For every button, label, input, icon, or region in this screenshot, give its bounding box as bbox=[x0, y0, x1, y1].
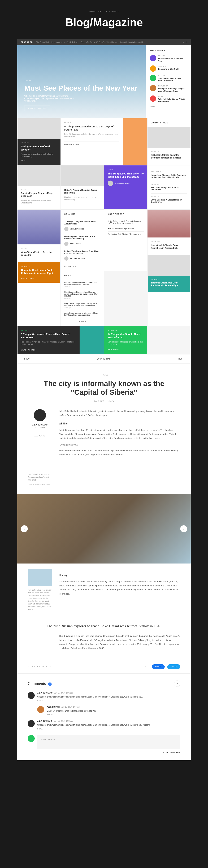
column-item[interactable]: 11 Things Every Man Should Know About Pe… bbox=[64, 219, 100, 233]
top-story-item[interactable]: NATUREShould Fish Meet Show to New Follo… bbox=[150, 75, 186, 82]
article-stats: 0 · 22 bbox=[145, 666, 149, 668]
card-14-things[interactable]: BUSINESS 14 Things Men Should Never Wear… bbox=[104, 326, 147, 354]
sidebar-image bbox=[28, 569, 52, 586]
list-icon[interactable]: ☰ bbox=[186, 41, 187, 43]
article-paragraph: Lake Baikal was situated in the northern… bbox=[59, 580, 180, 596]
comment-avatar[interactable] bbox=[37, 706, 44, 713]
top-story-item[interactable]: MOVIESWhy Not Make Diaries With X-D Phot… bbox=[150, 95, 186, 103]
card-xmen[interactable]: MOVIES 5 Things We Learned From X-Men: D… bbox=[61, 118, 147, 165]
reply-link[interactable]: REPLY bbox=[47, 714, 180, 716]
card-xmen-dark[interactable]: NATURE 5 Things We Learned From X-Men: D… bbox=[18, 326, 104, 354]
card-image bbox=[61, 165, 104, 186]
watch-photos-button[interactable]: ▸ WATCH PHOTOS bbox=[24, 105, 50, 111]
recent-item[interactable]: Justin Bieber accused of attempted robbe… bbox=[108, 219, 144, 226]
pull-quote: The first Russian explorer to reach Lake… bbox=[18, 618, 190, 634]
card-sidebar-list: EXPLORER Kardashian Channels Odile, Embr… bbox=[147, 165, 190, 210]
comment-item: ANNA DOTSENKOJuly 15, 2019 · 14:01pm Cri… bbox=[28, 720, 180, 730]
comment-avatar[interactable] bbox=[28, 692, 35, 699]
top-story-item[interactable]: SCIENCEFilaments of Star Stuff bbox=[150, 65, 186, 72]
comment-avatar[interactable] bbox=[28, 720, 35, 727]
author-avatar bbox=[108, 181, 113, 186]
load-more-link[interactable]: LOAD MORE bbox=[64, 320, 100, 322]
ticker-item[interactable]: Budget Editors Will Always Like bbox=[120, 41, 145, 43]
sidebar-quote: Take Golobal has seen greater than the B… bbox=[28, 589, 52, 611]
author-avatar bbox=[64, 227, 68, 231]
news-item[interactable]: Candidates seeking to replace Shocking i… bbox=[64, 289, 100, 301]
card-sunglasses[interactable]: TRAVEL The Sunglasses That Make The Worl… bbox=[104, 165, 147, 210]
back-link[interactable]: BACK TO MAIN bbox=[97, 358, 111, 360]
card-editors-pick: EDITOR'S PICK SCIENCE Pictures: 10 Green… bbox=[147, 118, 190, 165]
author-avatar[interactable] bbox=[34, 409, 46, 421]
column-item[interactable]: Unveiling New Carbon Plan, E.P.A. Focuse… bbox=[64, 233, 100, 248]
card-penguin-1[interactable]: TRAVEL Robot's Penguin Disguise Keeps Bi… bbox=[18, 165, 61, 210]
quote-attribution: Photograph by Yuri Kozyrev, Russia bbox=[28, 483, 52, 485]
recent-item[interactable]: Washington, D.C.: Photos of Then and Now bbox=[108, 231, 144, 237]
pencil-icon: ✎ bbox=[176, 682, 178, 685]
grid-icon[interactable]: ▦ bbox=[183, 41, 184, 43]
read-more-button[interactable]: READ MORE bbox=[108, 348, 144, 350]
more-link[interactable]: MORE bbox=[150, 106, 186, 107]
article-heading: Wildlife bbox=[59, 422, 180, 426]
featured-ticker: FEATURED The Broker Under: Legacy Waited… bbox=[18, 39, 190, 45]
column-item[interactable]: Indiana Turn Down Appeal From Times Repo… bbox=[64, 248, 100, 263]
story-dot-icon bbox=[150, 65, 156, 72]
article-tags[interactable]: TRAVEL · BAIKAL · LAKE bbox=[28, 666, 51, 668]
list-item[interactable]: EXPLORER Kardashian Channels Odile, Embr… bbox=[151, 169, 187, 181]
article-paragraph: Lake Baikal is the freshwater lake with … bbox=[59, 409, 180, 417]
card-image bbox=[123, 118, 147, 165]
story-dot-icon bbox=[150, 85, 156, 91]
list-item[interactable]: SCIENCE White Goddess: A Global Made on … bbox=[151, 193, 187, 206]
feature-title: Must See Places of the New Year bbox=[24, 84, 139, 92]
quote-text: Lake Baikal is in a created by the, wher… bbox=[28, 473, 52, 482]
news-item[interactable]: Bomb Rips buses hundreds of miles to Abu… bbox=[64, 280, 100, 289]
share-twitter-button[interactable]: TWEET bbox=[167, 664, 180, 669]
card-hachette[interactable]: BUSINESS Hachette Chief Leads Book Publi… bbox=[147, 210, 190, 326]
card-penguin-2[interactable]: Robot's Penguin Disguise Keeps Birds Cal… bbox=[61, 165, 104, 210]
card-image bbox=[148, 255, 190, 276]
card-image bbox=[147, 127, 190, 148]
next-link[interactable]: NEXT bbox=[178, 358, 184, 360]
prev-image-button[interactable]: ‹ bbox=[21, 525, 28, 532]
watch-story-button[interactable]: WATCH STORY bbox=[21, 277, 57, 279]
card-columns: COLUMNS 11 Things Every Man Should Know … bbox=[61, 210, 104, 271]
reply-link[interactable]: REPLY bbox=[37, 728, 180, 730]
card-news: NEWS Bomb Rips buses hundreds of miles t… bbox=[61, 271, 104, 326]
hero-tagline: WOW! WHAT A STORY! bbox=[18, 10, 190, 12]
list-item[interactable]: SCIENCE The Ghost Bring Lush Book on Ped… bbox=[151, 181, 187, 193]
feature-category: TRAVEL bbox=[24, 80, 139, 82]
comment-item: ANNA DOTSENKOJuly 15, 2019 · 14:01pm Cri… bbox=[28, 692, 180, 702]
reply-link[interactable]: REPLY bbox=[37, 700, 180, 702]
feature-hero[interactable]: TRAVEL Must See Places of the New Year W… bbox=[18, 45, 146, 118]
article-subheading: INVERTEBRATES bbox=[59, 444, 180, 447]
all-columns-link[interactable]: ALL COLUMNS bbox=[64, 266, 100, 267]
card-image bbox=[79, 326, 104, 354]
add-comment-button[interactable]: ADD COMMENT bbox=[28, 751, 180, 753]
card-most-recent: MOST RECENT Justin Bieber accused of att… bbox=[104, 210, 147, 271]
card-bad-weather[interactable]: SCIENCE Taking Advantage of Bad Weather … bbox=[18, 118, 61, 165]
edit-button[interactable]: ✎ bbox=[174, 681, 180, 687]
card-image bbox=[18, 165, 61, 186]
story-dot-icon bbox=[150, 95, 156, 102]
prev-link[interactable]: PREV bbox=[24, 358, 30, 360]
ticker-item[interactable]: SpaceX2K: Greatest 1 First-Ever! Mars Li… bbox=[81, 41, 117, 43]
ticker-label: FEATURED bbox=[21, 41, 33, 43]
next-image-button[interactable]: › bbox=[180, 525, 187, 532]
share-facebook-button[interactable]: SHARE bbox=[152, 664, 165, 669]
watch-photos-link[interactable]: WATCH PHOTOS bbox=[64, 141, 119, 145]
hero-title: Blog/Magazine bbox=[18, 16, 190, 29]
ticker-item[interactable]: The Broker Under: Legacy Waited Has Fina… bbox=[36, 41, 77, 43]
news-item[interactable]: Magic Johnson says Donald Sterling upset… bbox=[64, 301, 100, 310]
author-name: ANNA DOTSENKO bbox=[28, 424, 52, 426]
story-dot-icon bbox=[150, 75, 156, 81]
article-paragraph: The lake hosts rich endemic fauna of inv… bbox=[59, 448, 180, 457]
watch-photos-link[interactable]: WATCH PHOTOS bbox=[21, 349, 76, 351]
card-locals[interactable]: NATURE When Taking Photos, Do as the Loc… bbox=[18, 210, 61, 326]
all-posts-link[interactable]: ALL POSTS bbox=[28, 432, 52, 437]
top-story-item[interactable]: TRAVELMust See Places of the New Year bbox=[150, 55, 186, 62]
article-category: TRAVEL bbox=[35, 374, 173, 376]
recent-item[interactable]: How to Capture the Right Moment bbox=[108, 226, 144, 231]
card-image bbox=[18, 210, 61, 244]
news-item[interactable]: Justin Bieber accused of attempted robbe… bbox=[64, 310, 100, 318]
comment-input[interactable]: ADD COMMENT bbox=[37, 735, 180, 749]
top-story-item[interactable]: EXPLORERDrought's Stunning Changes Along… bbox=[150, 85, 186, 92]
